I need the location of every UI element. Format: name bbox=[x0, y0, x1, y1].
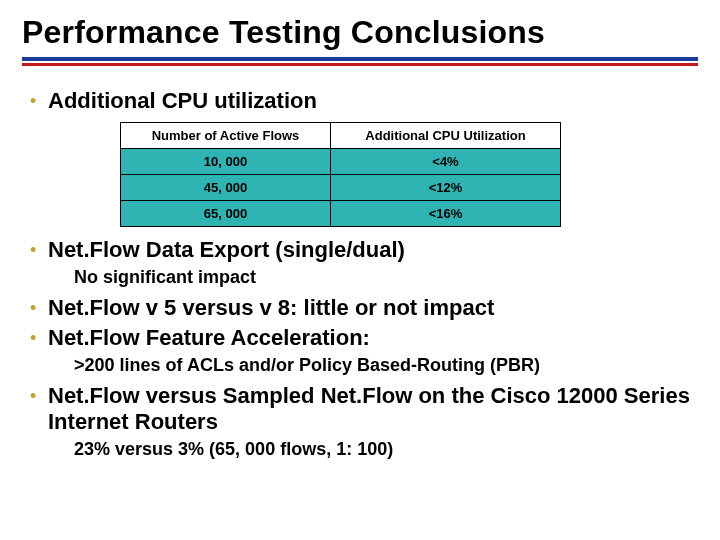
bullet-item: • Net.Flow Feature Acceleration: >200 li… bbox=[30, 325, 690, 377]
cell-cpu: <12% bbox=[331, 175, 561, 201]
bullet-icon: • bbox=[30, 88, 48, 114]
table-row: 10, 000 <4% bbox=[121, 149, 561, 175]
bullet-row: • Additional CPU utilization bbox=[30, 88, 690, 114]
bullet-text: Net.Flow versus Sampled Net.Flow on the … bbox=[48, 383, 690, 435]
bullet-row: • Net.Flow Data Export (single/dual) bbox=[30, 237, 690, 263]
bullet-row: • Net.Flow versus Sampled Net.Flow on th… bbox=[30, 383, 690, 435]
slide: Performance Testing Conclusions • Additi… bbox=[0, 0, 720, 540]
bullet-text: Additional CPU utilization bbox=[48, 88, 317, 114]
sub-bullet: No significant impact bbox=[74, 265, 690, 289]
table-row: 45, 000 <12% bbox=[121, 175, 561, 201]
bullet-row: • Net.Flow v 5 versus v 8: little or not… bbox=[30, 295, 690, 321]
sub-bullet: >200 lines of ACLs and/or Policy Based-R… bbox=[74, 353, 690, 377]
col-header-flows: Number of Active Flows bbox=[121, 123, 331, 149]
cpu-table: Number of Active Flows Additional CPU Ut… bbox=[120, 122, 561, 227]
cpu-table-wrap: Number of Active Flows Additional CPU Ut… bbox=[120, 122, 690, 227]
bullet-icon: • bbox=[30, 325, 48, 351]
table-row: 65, 000 <16% bbox=[121, 201, 561, 227]
bullet-text: Net.Flow Data Export (single/dual) bbox=[48, 237, 405, 263]
bullet-text: Net.Flow v 5 versus v 8: little or not i… bbox=[48, 295, 494, 321]
cell-cpu: <16% bbox=[331, 201, 561, 227]
bullet-list: • Additional CPU utilization Number of A… bbox=[30, 88, 690, 461]
table-header-row: Number of Active Flows Additional CPU Ut… bbox=[121, 123, 561, 149]
sub-bullet: 23% versus 3% (65, 000 flows, 1: 100) bbox=[74, 437, 690, 461]
cell-flows: 10, 000 bbox=[121, 149, 331, 175]
title-rule bbox=[22, 57, 698, 66]
bullet-icon: • bbox=[30, 383, 48, 409]
col-header-cpu: Additional CPU Utilization bbox=[331, 123, 561, 149]
cell-cpu: <4% bbox=[331, 149, 561, 175]
bullet-icon: • bbox=[30, 237, 48, 263]
bullet-icon: • bbox=[30, 295, 48, 321]
rule-blue bbox=[22, 57, 698, 61]
bullet-item: • Net.Flow Data Export (single/dual) No … bbox=[30, 237, 690, 289]
bullet-item: • Additional CPU utilization Number of A… bbox=[30, 88, 690, 227]
cell-flows: 65, 000 bbox=[121, 201, 331, 227]
slide-title: Performance Testing Conclusions bbox=[22, 14, 698, 51]
cell-flows: 45, 000 bbox=[121, 175, 331, 201]
bullet-text: Net.Flow Feature Acceleration: bbox=[48, 325, 370, 351]
bullet-item: • Net.Flow versus Sampled Net.Flow on th… bbox=[30, 383, 690, 461]
bullet-item: • Net.Flow v 5 versus v 8: little or not… bbox=[30, 295, 690, 321]
bullet-row: • Net.Flow Feature Acceleration: bbox=[30, 325, 690, 351]
content: • Additional CPU utilization Number of A… bbox=[22, 66, 698, 461]
